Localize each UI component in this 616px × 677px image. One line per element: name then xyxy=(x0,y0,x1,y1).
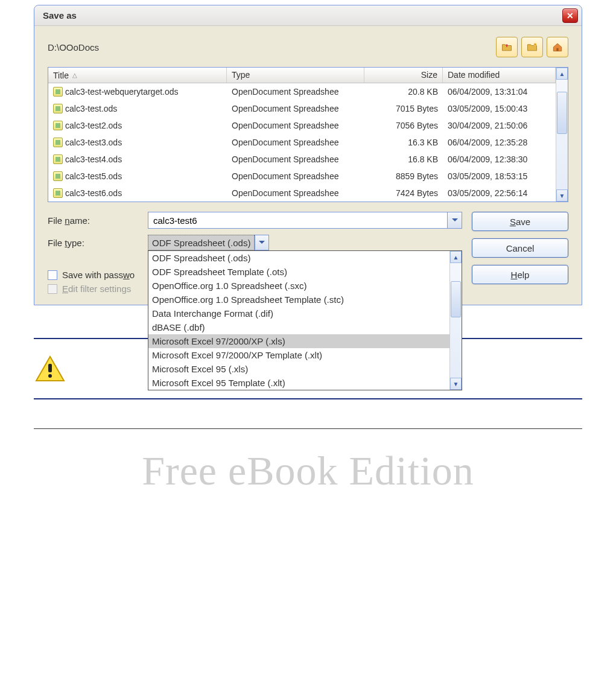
file-size: 20.8 KB xyxy=(364,87,443,97)
watermark-text: Free eBook Edition xyxy=(34,447,582,495)
scroll-thumb[interactable] xyxy=(451,281,461,317)
filetype-option[interactable]: ODF Spreadsheet Template (.ots) xyxy=(148,265,449,279)
file-size: 7424 Bytes xyxy=(364,188,443,198)
scroll-down-icon[interactable]: ▼ xyxy=(450,378,462,390)
close-button[interactable]: ✕ xyxy=(562,8,578,23)
column-title[interactable]: Title△ xyxy=(48,68,227,83)
filetype-option[interactable]: OpenOffice.org 1.0 Spreadsheet (.sxc) xyxy=(148,279,449,293)
filetype-option[interactable]: Microsoft Excel 95 Template (.xlt) xyxy=(148,376,449,390)
filetype-option[interactable]: Microsoft Excel 97/2000/XP (.xls) xyxy=(148,334,449,348)
file-date: 06/04/2009, 12:35:28 xyxy=(443,138,556,147)
help-button[interactable]: Help xyxy=(472,265,568,284)
file-date: 06/04/2009, 13:31:04 xyxy=(443,87,556,97)
filetype-dropdown-button[interactable] xyxy=(255,235,269,250)
edit-filter-checkbox xyxy=(48,284,57,294)
filename-label: File name: xyxy=(48,215,148,226)
spreadsheet-file-icon xyxy=(53,154,63,164)
spreadsheet-file-icon xyxy=(53,171,63,181)
file-row[interactable]: calc3-test4.odsOpenDocument Spreadshee16… xyxy=(48,151,556,168)
save-password-label: Save with passwo xyxy=(62,270,135,280)
file-list-scrollbar[interactable]: ▲ ▼ xyxy=(556,68,568,202)
file-date: 03/05/2009, 22:56:14 xyxy=(443,188,556,198)
up-folder-button[interactable] xyxy=(496,37,518,57)
file-row[interactable]: calc3-test6.odsOpenDocument Spreadshee74… xyxy=(48,185,556,202)
filetype-option[interactable]: dBASE (.dbf) xyxy=(148,320,449,334)
file-name: calc3-test4.ods xyxy=(65,154,122,164)
filetype-option[interactable]: Microsoft Excel 97/2000/XP Template (.xl… xyxy=(148,348,449,362)
home-button[interactable] xyxy=(547,37,568,57)
close-icon: ✕ xyxy=(567,11,574,21)
save-button[interactable]: Save xyxy=(472,212,568,231)
svg-rect-1 xyxy=(556,48,558,51)
file-size: 8859 Bytes xyxy=(364,171,443,181)
scroll-up-icon[interactable]: ▲ xyxy=(556,68,568,80)
file-row[interactable]: calc3-test.odsOpenDocument Spreadshee701… xyxy=(48,100,556,117)
divider xyxy=(34,428,582,429)
sort-asc-icon: △ xyxy=(72,72,77,78)
filename-input[interactable] xyxy=(148,212,448,229)
column-type[interactable]: Type xyxy=(227,68,364,83)
warning-icon xyxy=(34,354,66,383)
divider xyxy=(34,398,582,399)
file-name: calc3-test.ods xyxy=(65,104,117,113)
filetype-option[interactable]: OpenOffice.org 1.0 Spreadsheet Template … xyxy=(148,293,449,307)
file-name: calc3-test5.ods xyxy=(65,171,122,181)
save-password-checkbox[interactable] xyxy=(48,270,57,280)
titlebar: Save as ✕ xyxy=(34,5,582,26)
file-name: calc3-test3.ods xyxy=(65,138,122,147)
filetype-option[interactable]: Microsoft Excel 95 (.xls) xyxy=(148,362,449,376)
filetype-select[interactable]: ODF Spreadsheet (.ods) xyxy=(148,235,255,250)
file-size: 16.3 KB xyxy=(364,138,443,147)
dialog-title: Save as xyxy=(43,10,77,21)
file-size: 7015 Bytes xyxy=(364,104,443,113)
column-date[interactable]: Date modified xyxy=(443,68,556,83)
folder-up-icon xyxy=(501,41,513,53)
file-date: 30/04/2009, 21:50:06 xyxy=(443,121,556,130)
file-type: OpenDocument Spreadshee xyxy=(227,104,364,113)
spreadsheet-file-icon xyxy=(53,104,63,113)
filename-dropdown-button[interactable] xyxy=(448,212,462,229)
dropdown-scrollbar[interactable]: ▲ ▼ xyxy=(449,251,462,390)
spreadsheet-file-icon xyxy=(53,121,63,130)
file-list: Title△ Type Size Date modified calc3-tes… xyxy=(48,67,568,202)
cancel-button[interactable]: Cancel xyxy=(472,238,568,258)
file-type: OpenDocument Spreadshee xyxy=(227,138,364,147)
spreadsheet-file-icon xyxy=(53,188,63,198)
save-as-dialog: Save as ✕ D:\OOoDocs xyxy=(34,5,582,305)
spreadsheet-file-icon xyxy=(53,87,63,97)
scroll-thumb[interactable] xyxy=(557,92,567,134)
file-row[interactable]: calc3-test2.odsOpenDocument Spreadshee70… xyxy=(48,117,556,134)
file-size: 16.8 KB xyxy=(364,154,443,164)
home-icon xyxy=(551,41,564,53)
file-type: OpenDocument Spreadshee xyxy=(227,87,364,97)
spreadsheet-file-icon xyxy=(53,138,63,147)
filetype-option[interactable]: Data Interchange Format (.dif) xyxy=(148,307,449,320)
filetype-dropdown: ODF Spreadsheet (.ods)ODF Spreadsheet Te… xyxy=(148,250,462,390)
current-path: D:\OOoDocs xyxy=(48,42,496,52)
file-size: 7056 Bytes xyxy=(364,121,443,130)
file-date: 03/05/2009, 18:53:15 xyxy=(443,171,556,181)
svg-point-3 xyxy=(48,374,52,378)
file-row[interactable]: calc3-test5.odsOpenDocument Spreadshee88… xyxy=(48,168,556,185)
new-folder-button[interactable] xyxy=(521,37,543,57)
file-name: calc3-test6.ods xyxy=(65,188,122,198)
file-type: OpenDocument Spreadshee xyxy=(227,121,364,130)
edit-filter-label: Edit filter settings xyxy=(62,284,131,294)
list-header: Title△ Type Size Date modified xyxy=(48,68,556,83)
filetype-label: File type: xyxy=(48,238,148,248)
file-name: calc3-test2.ods xyxy=(65,121,122,130)
folder-new-icon xyxy=(526,41,538,53)
file-type: OpenDocument Spreadshee xyxy=(227,154,364,164)
file-date: 06/04/2009, 12:38:30 xyxy=(443,154,556,164)
file-type: OpenDocument Spreadshee xyxy=(227,171,364,181)
svg-rect-2 xyxy=(48,364,52,372)
file-name: calc3-test-webquerytarget.ods xyxy=(65,87,179,97)
column-size[interactable]: Size xyxy=(364,68,443,83)
file-row[interactable]: calc3-test3.odsOpenDocument Spreadshee16… xyxy=(48,134,556,151)
file-row[interactable]: calc3-test-webquerytarget.odsOpenDocumen… xyxy=(48,83,556,100)
file-type: OpenDocument Spreadshee xyxy=(227,188,364,198)
scroll-down-icon[interactable]: ▼ xyxy=(556,189,568,202)
filetype-option[interactable]: ODF Spreadsheet (.ods) xyxy=(148,251,449,265)
scroll-up-icon[interactable]: ▲ xyxy=(450,251,462,263)
file-date: 03/05/2009, 15:00:43 xyxy=(443,104,556,113)
